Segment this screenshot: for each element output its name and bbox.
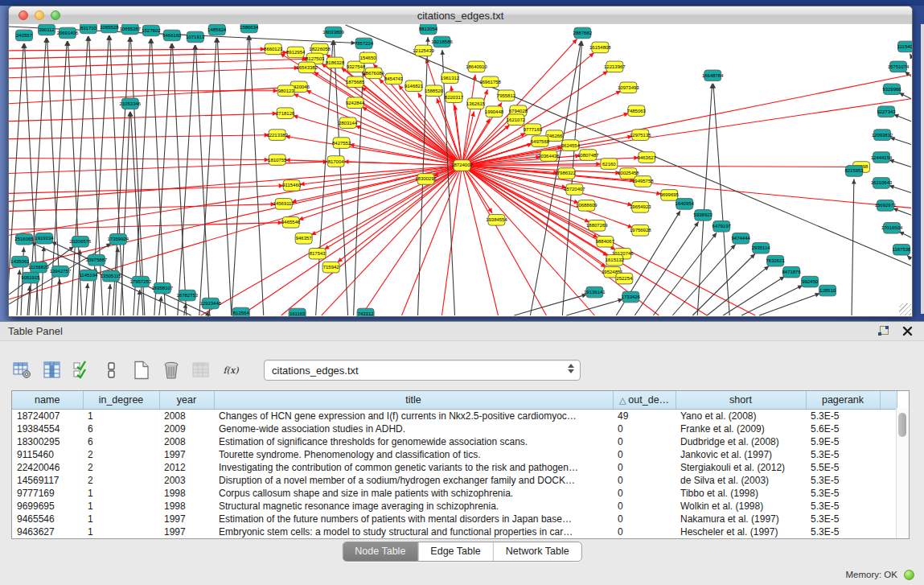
delete-trash-icon[interactable] [162, 360, 181, 380]
table-row[interactable]: 946554611997Estimation of the future num… [12, 513, 897, 525]
graph-node-label: 8127503 [306, 56, 325, 61]
graph-edge [291, 166, 462, 203]
table-selector-dropdown[interactable]: citations_edges.txt [264, 360, 581, 381]
graph-node-label: 128510 [819, 288, 836, 293]
graph-edge-arrowhead [22, 247, 27, 252]
column-header-indegree[interactable]: in_degree [83, 391, 159, 410]
dropdown-stepper-icon [568, 364, 574, 373]
graph-edge [9, 159, 269, 160]
graph-edge-arrowhead [425, 37, 430, 42]
graph-edge [713, 84, 729, 315]
network-graph-svg[interactable]: 1872400786601238912954182260588127503818… [9, 24, 912, 316]
table-row[interactable]: 1456911722003Disruption of a novel membe… [12, 474, 897, 487]
graph-node-label: 8813054 [419, 27, 438, 31]
graph-node-label: 7632621 [766, 258, 786, 263]
graph-edge [9, 52, 288, 59]
graph-edge [402, 166, 462, 315]
graph-edge-arrowhead [57, 279, 62, 284]
graph-node-label: 1961312 [441, 76, 460, 80]
window-resize-grip[interactable] [899, 303, 911, 315]
graph-edge-arrowhead [440, 50, 445, 55]
column-header-title[interactable]: title [214, 391, 613, 410]
table-row[interactable]: 946362711997Embryonic stem cells: a mode… [12, 525, 897, 538]
function-builder-icon[interactable]: f(x) [221, 360, 240, 380]
tab-network-table[interactable]: Network Table [493, 542, 581, 561]
table-body: 1872400712008Changes of HCN gene express… [12, 410, 897, 539]
table-scrollbar-thumb[interactable] [898, 413, 906, 437]
tab-node-table[interactable]: Node Table [343, 542, 417, 561]
graph-node-label: 992450 [802, 279, 819, 284]
graph-node-label: 30975887 [86, 257, 108, 262]
sort-indicator: △ [619, 395, 626, 405]
graph-node-label: 8660123 [264, 47, 283, 51]
memory-status-icon [904, 570, 914, 580]
table-row[interactable]: 969969511998Structural magnetic resonanc… [12, 500, 897, 513]
zoom-window-icon[interactable] [51, 10, 60, 20]
graph-node-label: 13505115 [101, 274, 122, 278]
graph-edge [759, 294, 820, 315]
close-panel-icon[interactable] [902, 326, 913, 336]
select-columns-icon[interactable] [72, 360, 92, 380]
column-header-year[interactable]: year [159, 391, 214, 410]
column-header-outde[interactable]: △out_de… [613, 391, 676, 410]
graph-edge [172, 43, 186, 315]
table-row[interactable]: 1830029562008Estimation of significance … [12, 435, 897, 448]
graph-node-label: 12093832 [872, 133, 893, 138]
graph-node-label: 18640910 [466, 64, 487, 69]
table-row[interactable]: 1872400712008Changes of HCN gene express… [12, 410, 897, 423]
graph-node-label: 252254 [616, 276, 633, 281]
graph-edge [178, 45, 195, 315]
graph-edge [41, 246, 44, 315]
graph-node-label: 1615132 [606, 257, 625, 262]
graph-node-label: 18300295 [415, 176, 437, 181]
graph-edge [9, 87, 291, 103]
graph-node-label: 9463627 [638, 155, 657, 160]
table-panel: Table Panel [0, 321, 924, 585]
table-row[interactable]: 2242004622012Investigating the contribut… [12, 461, 897, 474]
graph-node-label: 1167536 [893, 247, 911, 252]
graph-edge-arrowhead [676, 211, 681, 216]
table-row[interactable]: 911546021997Tourette syndrome. Phenomeno… [12, 448, 897, 461]
show-column-icon[interactable] [43, 360, 62, 380]
graph-node-label: 9474444 [732, 236, 751, 241]
graph-node-label: 3624554 [561, 143, 581, 148]
column-header-short[interactable]: short [676, 391, 806, 410]
graph-node-label: 7857224 [355, 41, 374, 46]
traffic-lights [18, 10, 60, 20]
graph-edge [9, 68, 299, 78]
table-options-icon[interactable] [13, 360, 32, 380]
graph-node-label: 817543 [310, 251, 326, 256]
table-panel-title: Table Panel [8, 325, 63, 337]
close-window-icon[interactable] [18, 10, 28, 20]
graph-node-label: 1071913 [186, 35, 205, 39]
graph-node-label: 715942 [323, 265, 340, 270]
column-header-name[interactable]: name [12, 391, 83, 410]
graph-node-label: 1810755 [268, 158, 287, 163]
new-document-icon[interactable] [132, 360, 151, 380]
graph-node-label: 17016504 [881, 225, 903, 230]
graph-edge [9, 223, 283, 230]
graph-edge-arrowhead [108, 284, 113, 289]
graph-node-label: 8220317 [445, 95, 464, 100]
graph-node-label: 1065528 [100, 25, 119, 30]
graph-edge [9, 135, 269, 139]
graph-node-label: 10688609 [576, 203, 598, 208]
graph-node-label: 161163 [290, 311, 306, 316]
table-scrollbar[interactable] [896, 408, 909, 538]
stacked-squares-icon[interactable] [102, 360, 121, 380]
graph-edge [9, 59, 307, 68]
float-panel-icon[interactable] [877, 325, 889, 337]
graph-node-label: 20364436 [538, 154, 560, 159]
network-canvas[interactable]: 1872400786601238912954182260588127503818… [9, 24, 912, 316]
column-header-pagerank[interactable]: pagerank [806, 391, 880, 410]
graph-node-label: 13942757 [50, 269, 72, 274]
graph-edge-arrowhead [852, 179, 856, 183]
minimize-window-icon[interactable] [35, 10, 44, 20]
window-titlebar[interactable]: citations_edges.txt [9, 6, 912, 25]
graph-node-label: 16958107 [152, 286, 174, 290]
table-row[interactable]: 1938455462009Genome-wide association stu… [12, 422, 897, 435]
tab-edge-table[interactable]: Edge Table [417, 542, 492, 561]
table-row[interactable]: 977716911998Corpus callosum shape and si… [12, 487, 897, 500]
table-tabs: Node TableEdge TableNetwork Table [342, 542, 581, 562]
table-selector-value: citations_edges.txt [272, 365, 359, 377]
